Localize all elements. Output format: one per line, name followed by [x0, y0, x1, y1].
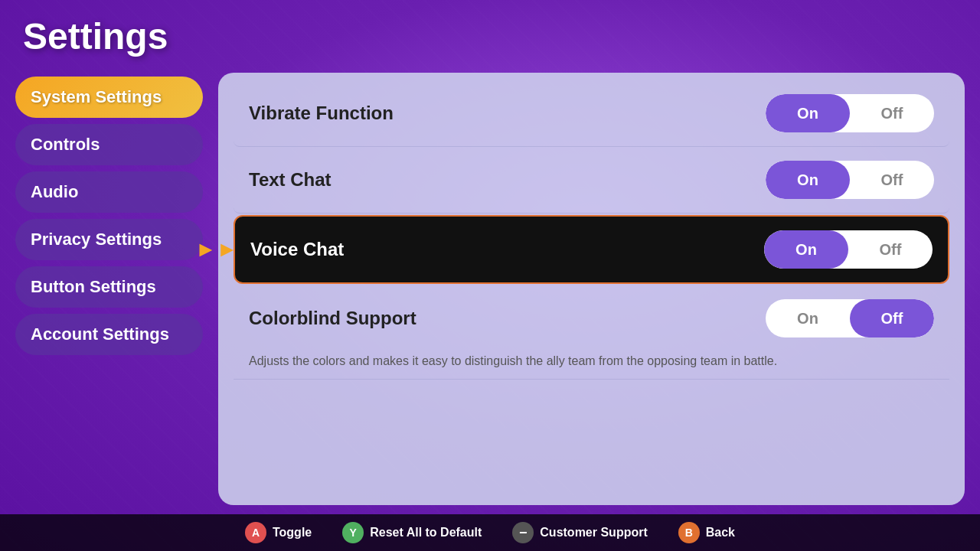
- setting-row-voice-chat: Voice Chat On Off: [234, 215, 949, 284]
- colorblind-support-label: Colorblind Support: [249, 308, 416, 329]
- sidebar-item-button-settings[interactable]: Button Settings: [15, 266, 203, 308]
- bottom-bar-back: B Back: [678, 522, 735, 543]
- sidebar-item-account-settings[interactable]: Account Settings: [15, 314, 203, 355]
- text-chat-on-option[interactable]: On: [766, 161, 850, 199]
- voice-chat-toggle[interactable]: On Off: [764, 230, 933, 269]
- vibrate-off-option[interactable]: Off: [850, 94, 934, 132]
- bottom-bar: A Toggle Y Reset All to Default − Custom…: [0, 514, 980, 551]
- voice-chat-on-option[interactable]: On: [764, 230, 848, 269]
- back-label: Back: [706, 526, 735, 540]
- customer-support-label: Customer Support: [540, 526, 647, 540]
- voice-chat-label: Voice Chat: [250, 239, 344, 260]
- sidebar-item-privacy-settings[interactable]: Privacy Settings: [15, 219, 203, 260]
- bottom-bar-customer-support: − Customer Support: [512, 522, 647, 543]
- toggle-label: Toggle: [273, 526, 312, 540]
- bottom-bar-reset: Y Reset All to Default: [342, 522, 482, 543]
- text-chat-label: Text Chat: [249, 169, 332, 191]
- voice-chat-wrapper: ►► Voice Chat On Off: [234, 214, 949, 285]
- text-chat-off-option[interactable]: Off: [850, 161, 934, 199]
- setting-row-text-chat: Text Chat On Off: [234, 147, 949, 214]
- colorblind-description: Adjusts the colors and makes it easy to …: [234, 351, 949, 379]
- sidebar-item-audio[interactable]: Audio: [15, 171, 203, 213]
- a-button-icon: A: [245, 522, 266, 543]
- colorblind-support-toggle[interactable]: On Off: [766, 299, 934, 337]
- sidebar: System Settings Controls Audio Privacy S…: [15, 77, 203, 355]
- voice-chat-off-option[interactable]: Off: [848, 230, 933, 269]
- colorblind-on-option[interactable]: On: [766, 299, 850, 337]
- sidebar-item-system-settings[interactable]: System Settings: [15, 77, 203, 118]
- bottom-bar-toggle: A Toggle: [245, 522, 312, 543]
- vibrate-on-option[interactable]: On: [766, 94, 850, 132]
- page-title: Settings: [23, 15, 168, 57]
- sidebar-item-controls[interactable]: Controls: [15, 124, 203, 165]
- main-panel: Vibrate Function On Off Text Chat On Off…: [218, 73, 965, 505]
- text-chat-toggle[interactable]: On Off: [766, 161, 934, 199]
- setting-row-vibrate-function: Vibrate Function On Off: [234, 80, 949, 147]
- vibrate-function-label: Vibrate Function: [249, 103, 394, 124]
- vibrate-function-toggle[interactable]: On Off: [766, 94, 934, 132]
- colorblind-off-option[interactable]: Off: [850, 299, 934, 337]
- setting-row-colorblind-support: Colorblind Support On Off: [234, 285, 949, 351]
- selection-arrow-icon: ►►: [195, 237, 237, 262]
- b-button-icon: B: [678, 522, 700, 543]
- minus-button-icon: −: [512, 522, 534, 543]
- reset-label: Reset All to Default: [370, 526, 482, 540]
- colorblind-section: Colorblind Support On Off Adjusts the co…: [234, 285, 949, 380]
- y-button-icon: Y: [342, 522, 364, 543]
